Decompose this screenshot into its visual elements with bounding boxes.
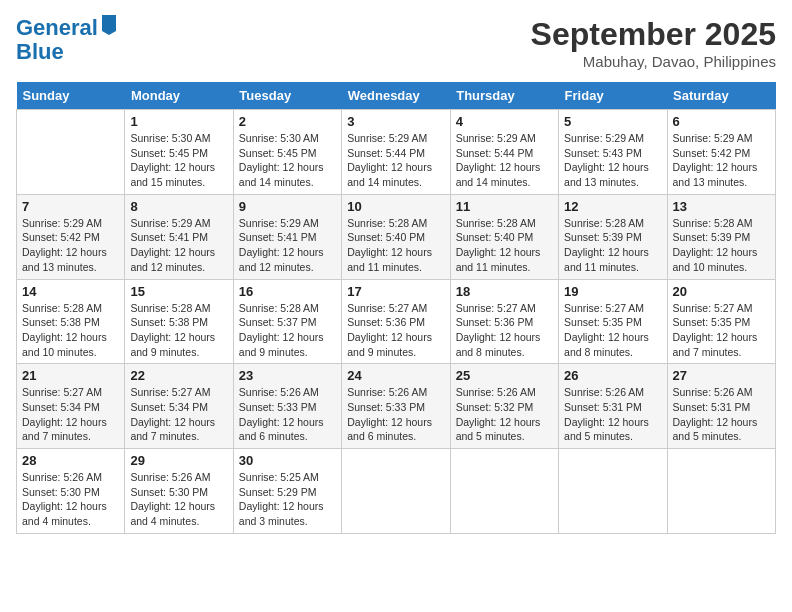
day-cell: 11Sunrise: 5:28 AMSunset: 5:40 PMDayligh… — [450, 194, 558, 279]
day-info: Sunrise: 5:29 AMSunset: 5:44 PMDaylight:… — [347, 131, 444, 190]
day-number: 22 — [130, 368, 227, 383]
day-number: 29 — [130, 453, 227, 468]
day-cell: 29Sunrise: 5:26 AMSunset: 5:30 PMDayligh… — [125, 449, 233, 534]
day-cell: 19Sunrise: 5:27 AMSunset: 5:35 PMDayligh… — [559, 279, 667, 364]
day-info: Sunrise: 5:28 AMSunset: 5:37 PMDaylight:… — [239, 301, 336, 360]
day-number: 27 — [673, 368, 770, 383]
day-cell — [559, 449, 667, 534]
day-number: 1 — [130, 114, 227, 129]
day-info: Sunrise: 5:27 AMSunset: 5:34 PMDaylight:… — [22, 385, 119, 444]
week-row-5: 28Sunrise: 5:26 AMSunset: 5:30 PMDayligh… — [17, 449, 776, 534]
day-info: Sunrise: 5:28 AMSunset: 5:39 PMDaylight:… — [673, 216, 770, 275]
day-cell: 16Sunrise: 5:28 AMSunset: 5:37 PMDayligh… — [233, 279, 341, 364]
day-number: 8 — [130, 199, 227, 214]
day-info: Sunrise: 5:29 AMSunset: 5:42 PMDaylight:… — [673, 131, 770, 190]
day-number: 19 — [564, 284, 661, 299]
logo-line2: Blue — [16, 39, 64, 64]
col-header-thursday: Thursday — [450, 82, 558, 110]
day-cell: 8Sunrise: 5:29 AMSunset: 5:41 PMDaylight… — [125, 194, 233, 279]
day-number: 30 — [239, 453, 336, 468]
col-header-friday: Friday — [559, 82, 667, 110]
col-header-sunday: Sunday — [17, 82, 125, 110]
logo: General Blue — [16, 16, 118, 64]
logo-text: General Blue — [16, 16, 118, 64]
day-number: 10 — [347, 199, 444, 214]
day-info: Sunrise: 5:26 AMSunset: 5:31 PMDaylight:… — [564, 385, 661, 444]
week-row-3: 14Sunrise: 5:28 AMSunset: 5:38 PMDayligh… — [17, 279, 776, 364]
logo-line1: General — [16, 15, 98, 40]
col-header-tuesday: Tuesday — [233, 82, 341, 110]
day-number: 21 — [22, 368, 119, 383]
day-cell: 22Sunrise: 5:27 AMSunset: 5:34 PMDayligh… — [125, 364, 233, 449]
day-cell — [667, 449, 775, 534]
day-number: 11 — [456, 199, 553, 214]
day-info: Sunrise: 5:26 AMSunset: 5:33 PMDaylight:… — [239, 385, 336, 444]
month-title: September 2025 — [531, 16, 776, 53]
day-cell: 25Sunrise: 5:26 AMSunset: 5:32 PMDayligh… — [450, 364, 558, 449]
day-cell: 6Sunrise: 5:29 AMSunset: 5:42 PMDaylight… — [667, 110, 775, 195]
day-cell — [450, 449, 558, 534]
col-header-saturday: Saturday — [667, 82, 775, 110]
day-info: Sunrise: 5:28 AMSunset: 5:39 PMDaylight:… — [564, 216, 661, 275]
day-info: Sunrise: 5:26 AMSunset: 5:32 PMDaylight:… — [456, 385, 553, 444]
day-info: Sunrise: 5:28 AMSunset: 5:38 PMDaylight:… — [22, 301, 119, 360]
day-number: 25 — [456, 368, 553, 383]
day-cell: 5Sunrise: 5:29 AMSunset: 5:43 PMDaylight… — [559, 110, 667, 195]
day-info: Sunrise: 5:27 AMSunset: 5:34 PMDaylight:… — [130, 385, 227, 444]
day-number: 23 — [239, 368, 336, 383]
svg-marker-0 — [102, 15, 116, 35]
week-row-4: 21Sunrise: 5:27 AMSunset: 5:34 PMDayligh… — [17, 364, 776, 449]
day-number: 18 — [456, 284, 553, 299]
day-cell: 18Sunrise: 5:27 AMSunset: 5:36 PMDayligh… — [450, 279, 558, 364]
day-cell: 1Sunrise: 5:30 AMSunset: 5:45 PMDaylight… — [125, 110, 233, 195]
day-cell: 10Sunrise: 5:28 AMSunset: 5:40 PMDayligh… — [342, 194, 450, 279]
logo-icon — [100, 13, 118, 35]
week-row-2: 7Sunrise: 5:29 AMSunset: 5:42 PMDaylight… — [17, 194, 776, 279]
day-info: Sunrise: 5:29 AMSunset: 5:42 PMDaylight:… — [22, 216, 119, 275]
day-cell: 30Sunrise: 5:25 AMSunset: 5:29 PMDayligh… — [233, 449, 341, 534]
header: General Blue September 2025 Mabuhay, Dav… — [16, 16, 776, 70]
day-number: 16 — [239, 284, 336, 299]
day-info: Sunrise: 5:30 AMSunset: 5:45 PMDaylight:… — [130, 131, 227, 190]
day-info: Sunrise: 5:29 AMSunset: 5:44 PMDaylight:… — [456, 131, 553, 190]
day-cell: 20Sunrise: 5:27 AMSunset: 5:35 PMDayligh… — [667, 279, 775, 364]
day-info: Sunrise: 5:28 AMSunset: 5:40 PMDaylight:… — [456, 216, 553, 275]
day-info: Sunrise: 5:29 AMSunset: 5:41 PMDaylight:… — [130, 216, 227, 275]
day-number: 2 — [239, 114, 336, 129]
day-cell: 2Sunrise: 5:30 AMSunset: 5:45 PMDaylight… — [233, 110, 341, 195]
day-number: 7 — [22, 199, 119, 214]
day-info: Sunrise: 5:26 AMSunset: 5:30 PMDaylight:… — [130, 470, 227, 529]
day-info: Sunrise: 5:29 AMSunset: 5:41 PMDaylight:… — [239, 216, 336, 275]
day-number: 5 — [564, 114, 661, 129]
day-cell: 17Sunrise: 5:27 AMSunset: 5:36 PMDayligh… — [342, 279, 450, 364]
day-number: 3 — [347, 114, 444, 129]
day-cell — [17, 110, 125, 195]
day-number: 17 — [347, 284, 444, 299]
day-cell: 9Sunrise: 5:29 AMSunset: 5:41 PMDaylight… — [233, 194, 341, 279]
day-cell: 13Sunrise: 5:28 AMSunset: 5:39 PMDayligh… — [667, 194, 775, 279]
day-info: Sunrise: 5:28 AMSunset: 5:38 PMDaylight:… — [130, 301, 227, 360]
calendar-table: SundayMondayTuesdayWednesdayThursdayFrid… — [16, 82, 776, 534]
day-cell: 7Sunrise: 5:29 AMSunset: 5:42 PMDaylight… — [17, 194, 125, 279]
day-number: 14 — [22, 284, 119, 299]
day-cell: 28Sunrise: 5:26 AMSunset: 5:30 PMDayligh… — [17, 449, 125, 534]
day-info: Sunrise: 5:27 AMSunset: 5:36 PMDaylight:… — [347, 301, 444, 360]
day-info: Sunrise: 5:28 AMSunset: 5:40 PMDaylight:… — [347, 216, 444, 275]
title-block: September 2025 Mabuhay, Davao, Philippin… — [531, 16, 776, 70]
col-header-wednesday: Wednesday — [342, 82, 450, 110]
day-cell: 26Sunrise: 5:26 AMSunset: 5:31 PMDayligh… — [559, 364, 667, 449]
day-cell: 3Sunrise: 5:29 AMSunset: 5:44 PMDaylight… — [342, 110, 450, 195]
day-cell — [342, 449, 450, 534]
day-info: Sunrise: 5:27 AMSunset: 5:35 PMDaylight:… — [673, 301, 770, 360]
header-row: SundayMondayTuesdayWednesdayThursdayFrid… — [17, 82, 776, 110]
col-header-monday: Monday — [125, 82, 233, 110]
day-number: 9 — [239, 199, 336, 214]
day-cell: 15Sunrise: 5:28 AMSunset: 5:38 PMDayligh… — [125, 279, 233, 364]
day-cell: 23Sunrise: 5:26 AMSunset: 5:33 PMDayligh… — [233, 364, 341, 449]
day-number: 28 — [22, 453, 119, 468]
day-info: Sunrise: 5:30 AMSunset: 5:45 PMDaylight:… — [239, 131, 336, 190]
location: Mabuhay, Davao, Philippines — [531, 53, 776, 70]
day-number: 20 — [673, 284, 770, 299]
day-number: 24 — [347, 368, 444, 383]
day-number: 12 — [564, 199, 661, 214]
